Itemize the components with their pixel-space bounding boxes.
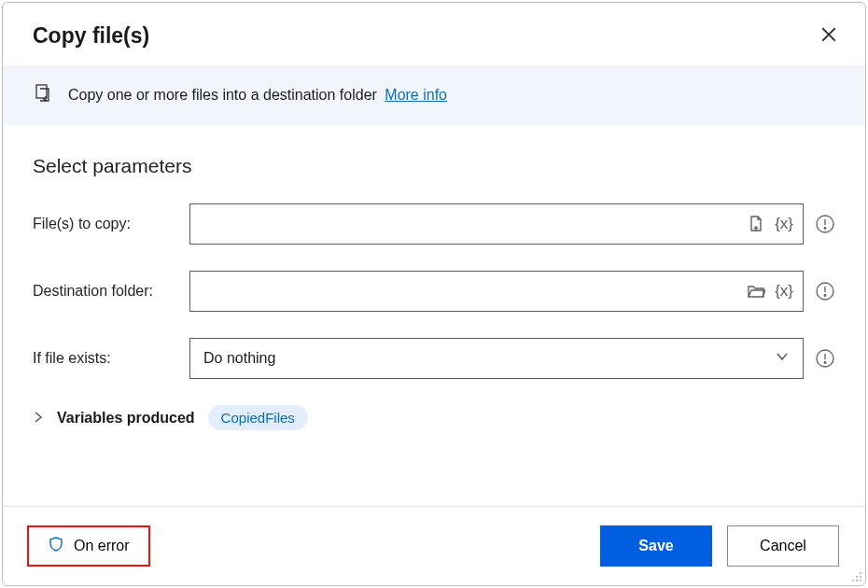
variables-produced-row: Variables produced CopiedFiles	[33, 405, 835, 430]
insert-variable-icon-2[interactable]: {x}	[775, 282, 793, 301]
row-destination-folder: Destination folder: {x}	[33, 271, 835, 312]
dialog-title: Copy file(s)	[33, 23, 149, 49]
row-files-to-copy: File(s) to copy: {x}	[33, 203, 835, 245]
resize-grip-icon[interactable]	[848, 568, 861, 581]
destination-folder-input[interactable]	[200, 272, 737, 311]
info-description: Copy one or more files into a destinatio…	[68, 87, 377, 103]
copy-files-dialog: Copy file(s) Copy one or more files into…	[2, 2, 866, 586]
svg-rect-2	[36, 85, 47, 98]
close-button[interactable]	[819, 26, 839, 47]
expand-variables-toggle[interactable]	[33, 410, 44, 427]
cancel-button[interactable]: Cancel	[727, 525, 839, 567]
folder-picker-icon[interactable]	[747, 282, 765, 301]
if-file-exists-select[interactable]: Do nothing	[189, 338, 804, 379]
label-files-to-copy: File(s) to copy:	[33, 216, 189, 232]
on-error-label: On error	[74, 538, 130, 554]
if-file-exists-value: Do nothing	[203, 350, 275, 367]
insert-variable-icon[interactable]: {x}	[775, 215, 793, 233]
destination-folder-input-box[interactable]: {x}	[189, 271, 804, 312]
row-if-file-exists: If file exists: Do nothing	[33, 338, 835, 379]
label-if-file-exists: If file exists:	[33, 350, 189, 367]
svg-point-5	[824, 228, 826, 230]
close-icon	[820, 26, 837, 46]
svg-point-8	[824, 295, 826, 297]
help-icon-files[interactable]	[815, 214, 835, 234]
files-to-copy-input[interactable]	[200, 204, 737, 244]
chevron-right-icon	[33, 410, 44, 426]
files-to-copy-input-box[interactable]: {x}	[189, 203, 804, 245]
info-text: Copy one or more files into a destinatio…	[68, 87, 447, 104]
dialog-footer: On error Save Cancel	[3, 506, 865, 585]
chevron-down-icon	[775, 349, 790, 368]
shield-icon	[48, 536, 64, 556]
variables-produced-label: Variables produced	[57, 410, 195, 427]
help-icon-destination[interactable]	[815, 281, 835, 301]
variable-chip-copiedfiles[interactable]: CopiedFiles	[208, 405, 308, 430]
help-icon-exists[interactable]	[815, 348, 835, 369]
svg-point-11	[824, 362, 826, 364]
section-heading: Select parameters	[33, 155, 835, 177]
file-picker-icon[interactable]	[747, 215, 765, 233]
copy-files-icon	[33, 82, 55, 108]
info-bar: Copy one or more files into a destinatio…	[3, 65, 865, 125]
dialog-body: Select parameters File(s) to copy: {x}	[3, 125, 865, 506]
on-error-button[interactable]: On error	[27, 525, 150, 567]
dialog-header: Copy file(s)	[3, 3, 865, 65]
save-button[interactable]: Save	[600, 525, 712, 567]
label-destination-folder: Destination folder:	[33, 283, 189, 300]
more-info-link[interactable]: More info	[385, 87, 447, 103]
